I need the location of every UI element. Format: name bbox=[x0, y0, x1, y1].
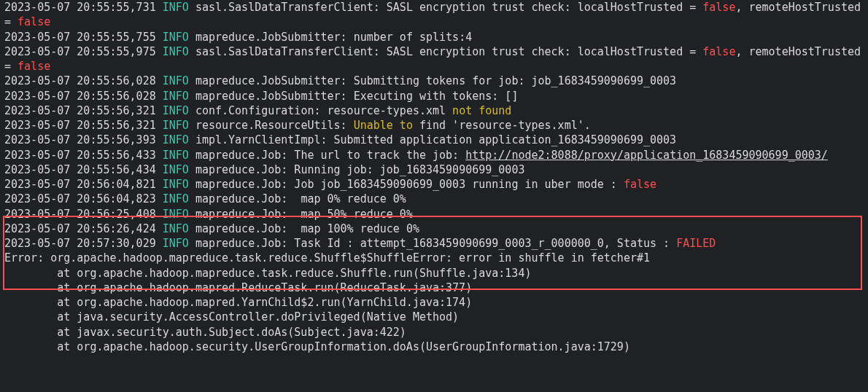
log-text: resource.ResourceUtils: bbox=[189, 119, 354, 132]
log-level: INFO bbox=[163, 133, 189, 146]
log-text: mapreduce.Job: Job job_1683459090699_000… bbox=[189, 178, 624, 191]
timestamp: 2023-05-07 20:57:30,029 bbox=[4, 237, 163, 250]
keyword-yellow: not found bbox=[452, 104, 511, 117]
timestamp: 2023-05-07 20:56:04,823 bbox=[4, 192, 163, 205]
log-level: INFO bbox=[163, 1, 189, 14]
log-level: INFO bbox=[163, 74, 189, 87]
timestamp: 2023-05-07 20:55:55,975 bbox=[4, 45, 163, 58]
stack-text: at java.security.AccessController.doPriv… bbox=[4, 310, 459, 324]
timestamp: 2023-05-07 20:56:25,408 bbox=[4, 208, 163, 221]
timestamp: 2023-05-07 20:55:56,028 bbox=[4, 90, 163, 103]
log-text: mapreduce.Job: The url to track the job: bbox=[189, 149, 465, 162]
log-text: sasl.SaslDataTransferClient: SASL encryp… bbox=[189, 45, 702, 58]
error-text: Error: org.apache.hadoop.mapreduce.task.… bbox=[4, 251, 650, 264]
terminal-output[interactable]: 2023-05-07 20:55:55,731 INFO sasl.SaslDa… bbox=[0, 0, 868, 354]
log-level: INFO bbox=[163, 119, 189, 132]
timestamp: 2023-05-07 20:55:56,393 bbox=[4, 133, 163, 146]
log-line: 2023-05-07 20:57:30,029 INFO mapreduce.J… bbox=[4, 236, 864, 251]
log-line: 2023-05-07 20:56:26,424 INFO mapreduce.J… bbox=[4, 222, 864, 236]
log-level: INFO bbox=[163, 104, 189, 117]
keyword-yellow: Unable to bbox=[354, 119, 413, 132]
stack-text: at org.apache.hadoop.mapred.ReduceTask.r… bbox=[4, 281, 472, 295]
keyword-red: false bbox=[702, 1, 735, 14]
timestamp: 2023-05-07 20:55:56,433 bbox=[4, 149, 163, 162]
log-line: 2023-05-07 20:55:56,028 INFO mapreduce.J… bbox=[4, 89, 864, 103]
keyword-red: false bbox=[702, 45, 735, 58]
log-line: 2023-05-07 20:55:55,755 INFO mapreduce.J… bbox=[4, 30, 864, 44]
log-line: 2023-05-07 20:55:55,731 INFO sasl.SaslDa… bbox=[4, 0, 864, 30]
log-text: conf.Configuration: resource-types.xml bbox=[189, 104, 452, 117]
log-text: sasl.SaslDataTransferClient: SASL encryp… bbox=[189, 1, 702, 14]
timestamp: 2023-05-07 20:55:55,731 bbox=[4, 1, 163, 14]
log-level: INFO bbox=[163, 208, 189, 221]
timestamp: 2023-05-07 20:55:56,321 bbox=[4, 104, 163, 117]
timestamp: 2023-05-07 20:55:55,755 bbox=[4, 31, 163, 44]
timestamp: 2023-05-07 20:55:56,434 bbox=[4, 163, 163, 176]
stack-text: at javax.security.auth.Subject.doAs(Subj… bbox=[4, 325, 406, 340]
stack-line: at org.apache.hadoop.security.UserGroupI… bbox=[4, 340, 864, 354]
log-level: INFO bbox=[163, 149, 189, 162]
stack-line: at javax.security.auth.Subject.doAs(Subj… bbox=[4, 325, 864, 340]
log-line: 2023-05-07 20:56:04,823 INFO mapreduce.J… bbox=[4, 192, 864, 206]
log-line: 2023-05-07 20:56:25,408 INFO mapreduce.J… bbox=[4, 207, 864, 222]
log-text: mapreduce.JobSubmitter: Submitting token… bbox=[189, 74, 676, 87]
log-line: 2023-05-07 20:55:56,321 INFO conf.Config… bbox=[4, 103, 864, 118]
log-text: find 'resource-types.xml'. bbox=[413, 119, 591, 132]
log-line: 2023-05-07 20:55:56,433 INFO mapreduce.J… bbox=[4, 148, 864, 162]
log-line: 2023-05-07 20:55:56,028 INFO mapreduce.J… bbox=[4, 74, 864, 88]
keyword-red: false bbox=[624, 178, 656, 191]
keyword-red: false bbox=[18, 60, 50, 73]
log-level: INFO bbox=[163, 192, 189, 205]
error-line: Error: org.apache.hadoop.mapreduce.task.… bbox=[4, 251, 864, 265]
log-level: INFO bbox=[163, 31, 189, 44]
timestamp: 2023-05-07 20:56:26,424 bbox=[4, 222, 163, 235]
log-level: INFO bbox=[163, 237, 189, 250]
log-text: mapreduce.Job: map 50% reduce 0% bbox=[189, 208, 413, 221]
stack-line: at java.security.AccessController.doPriv… bbox=[4, 310, 864, 324]
timestamp: 2023-05-07 20:56:04,821 bbox=[4, 178, 163, 191]
log-level: INFO bbox=[163, 45, 189, 58]
keyword-red: FAILED bbox=[676, 237, 716, 250]
log-text: impl.YarnClientImpl: Submitted applicati… bbox=[189, 133, 676, 146]
stack-text: at org.apache.hadoop.security.UserGroupI… bbox=[4, 340, 630, 354]
timestamp: 2023-05-07 20:55:56,028 bbox=[4, 74, 163, 87]
timestamp: 2023-05-07 20:55:56,321 bbox=[4, 119, 163, 132]
log-text: mapreduce.Job: Running job: job_16834590… bbox=[189, 163, 525, 176]
log-line: 2023-05-07 20:55:56,393 INFO impl.YarnCl… bbox=[4, 133, 864, 147]
log-line: 2023-05-07 20:55:56,434 INFO mapreduce.J… bbox=[4, 162, 864, 177]
log-line: 2023-05-07 20:56:04,821 INFO mapreduce.J… bbox=[4, 177, 864, 192]
log-text: mapreduce.Job: Task Id : attempt_1683459… bbox=[189, 237, 676, 250]
log-text: mapreduce.Job: map 100% reduce 0% bbox=[189, 222, 419, 235]
log-text: mapreduce.JobSubmitter: number of splits… bbox=[189, 31, 472, 44]
keyword-red: false bbox=[18, 15, 50, 28]
stack-line: at org.apache.hadoop.mapred.ReduceTask.r… bbox=[4, 281, 864, 295]
log-level: INFO bbox=[163, 163, 189, 176]
stack-text: at org.apache.hadoop.mapred.YarnChild$2.… bbox=[4, 295, 472, 310]
stack-text: at org.apache.hadoop.mapreduce.task.redu… bbox=[4, 266, 531, 281]
log-line: 2023-05-07 20:55:56,321 INFO resource.Re… bbox=[4, 118, 864, 133]
log-line: 2023-05-07 20:55:55,975 INFO sasl.SaslDa… bbox=[4, 44, 864, 74]
stack-line: at org.apache.hadoop.mapred.YarnChild$2.… bbox=[4, 295, 864, 310]
stack-line: at org.apache.hadoop.mapreduce.task.redu… bbox=[4, 266, 864, 281]
url-text: http://node2:8088/proxy/application_1683… bbox=[465, 149, 828, 162]
log-level: INFO bbox=[163, 90, 189, 103]
log-text: mapreduce.Job: map 0% reduce 0% bbox=[189, 192, 406, 205]
log-level: INFO bbox=[163, 222, 189, 235]
log-level: INFO bbox=[163, 178, 189, 191]
log-text: mapreduce.JobSubmitter: Executing with t… bbox=[189, 90, 519, 103]
